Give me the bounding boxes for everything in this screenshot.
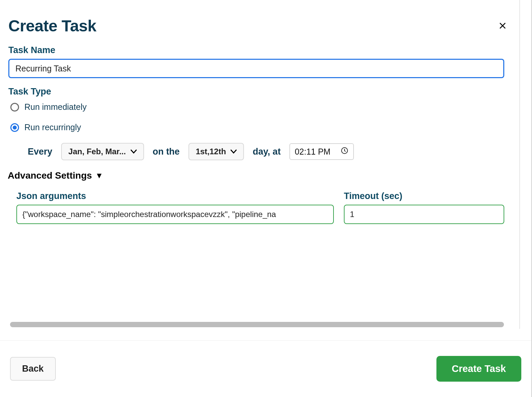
task-name-input[interactable] [8, 59, 504, 78]
json-args-input[interactable] [16, 205, 334, 224]
months-dropdown[interactable]: Jan, Feb, Mar... [61, 143, 144, 160]
advanced-settings-toggle[interactable]: Advanced Settings ▼ [8, 170, 504, 181]
days-dropdown[interactable]: 1st,12th [188, 143, 244, 160]
radio-recurringly-label: Run recurringly [24, 123, 81, 132]
back-button[interactable]: Back [10, 357, 56, 381]
radio-recurringly[interactable] [10, 123, 19, 132]
create-task-modal: Create Task Task Name Task Type Run imme… [0, 0, 532, 397]
close-button[interactable] [496, 18, 509, 34]
timeout-input[interactable] [344, 205, 504, 224]
schedule-dayat-label: day, at [253, 147, 281, 157]
modal-title: Create Task [8, 17, 96, 35]
modal-header: Create Task [0, 0, 519, 45]
task-type-radio-group: Run immediately Run recurringly [8, 102, 504, 132]
task-type-label: Task Type [8, 86, 504, 97]
horizontal-scrollbar[interactable] [10, 322, 511, 327]
radio-immediately-label: Run immediately [24, 102, 87, 112]
close-icon [499, 20, 507, 32]
modal-footer: Back Create Task [0, 340, 531, 397]
timeout-label: Timeout (sec) [344, 191, 504, 201]
schedule-every-label: Every [28, 147, 52, 157]
chevron-down-icon [131, 148, 137, 155]
triangle-down-icon: ▼ [95, 171, 103, 180]
form-body: Task Name Task Type Run immediately Run … [0, 45, 512, 224]
schedule-row: Every Jan, Feb, Mar... on the 1st,12th d… [28, 143, 504, 160]
task-name-label: Task Name [8, 45, 504, 55]
schedule-onthe-label: on the [153, 147, 180, 157]
radio-immediately[interactable] [10, 103, 19, 112]
time-input[interactable]: 02:11 PM [289, 143, 354, 160]
chevron-down-icon [231, 148, 237, 155]
days-dropdown-value: 1st,12th [196, 147, 226, 156]
clock-icon [341, 147, 349, 157]
months-dropdown-value: Jan, Feb, Mar... [69, 147, 126, 156]
modal-scroll-area: Create Task Task Name Task Type Run imme… [0, 0, 520, 329]
horizontal-scrollbar-thumb[interactable] [10, 322, 504, 327]
timeout-column: Timeout (sec) [344, 191, 504, 224]
create-task-button[interactable]: Create Task [436, 356, 521, 382]
json-args-column: Json arguments [16, 191, 334, 224]
radio-row-recurringly[interactable]: Run recurringly [10, 123, 504, 132]
advanced-settings-row: Json arguments Timeout (sec) [16, 191, 504, 224]
time-value: 02:11 PM [295, 147, 330, 157]
advanced-settings-label: Advanced Settings [8, 170, 92, 181]
radio-row-immediately[interactable]: Run immediately [10, 102, 504, 112]
json-args-label: Json arguments [16, 191, 334, 201]
